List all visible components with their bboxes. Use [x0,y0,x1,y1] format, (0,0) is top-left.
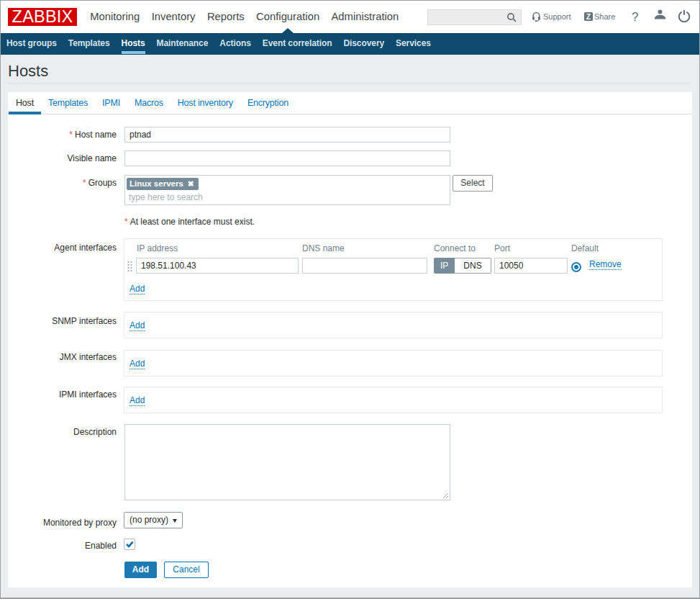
svg-text:Z: Z [586,12,591,21]
